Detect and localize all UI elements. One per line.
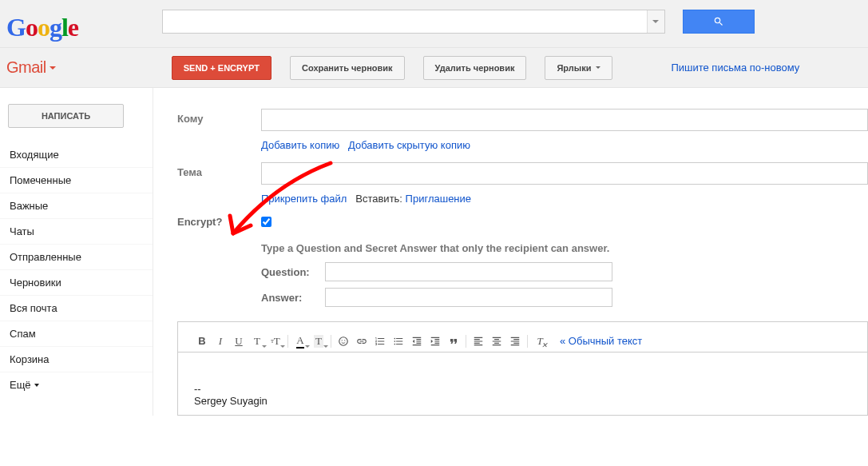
search-dropdown[interactable] (647, 10, 664, 33)
bold-button[interactable]: B (194, 333, 210, 349)
sidebar-item-important[interactable]: Важные (0, 193, 153, 219)
question-label: Question: (261, 266, 325, 278)
labels-button[interactable]: Ярлыки (545, 56, 612, 80)
divider (287, 335, 288, 348)
align-right-button[interactable] (507, 333, 523, 349)
underline-button[interactable]: U (231, 333, 247, 349)
sidebar-item-sent[interactable]: Отправленные (0, 245, 153, 270)
divider (527, 335, 528, 348)
answer-input[interactable] (325, 288, 612, 307)
add-cc-link[interactable]: Добавить копию (261, 139, 339, 151)
smile-icon (338, 336, 349, 347)
quote-button[interactable] (446, 333, 462, 349)
global-header: Google (0, 0, 868, 48)
svg-point-0 (339, 337, 348, 345)
highlight-button[interactable]: T (311, 333, 327, 349)
sidebar-item-trash[interactable]: Корзина (0, 347, 153, 372)
search-area (162, 10, 755, 34)
encrypt-hint: Type a Question and Secret Answer that o… (261, 242, 868, 254)
search-button[interactable] (683, 10, 755, 34)
attach-links: Прикрепить файл Вставить: Приглашение (261, 193, 868, 205)
to-input[interactable] (261, 109, 868, 131)
sidebar-more[interactable]: Ещё (0, 372, 153, 397)
sidebar-item-inbox[interactable]: Входящие (0, 142, 153, 168)
link-icon (356, 336, 367, 347)
new-compose-link[interactable]: Пишите письма по-новому (671, 62, 799, 74)
to-label: Кому (177, 109, 261, 125)
sidebar-item-starred[interactable]: Помеченные (0, 168, 153, 193)
subject-label: Тема (177, 162, 261, 178)
link-button[interactable] (354, 333, 370, 349)
format-toolbar: B I U T тT A T T✕ « Обычный текст (177, 321, 868, 352)
subject-input[interactable] (261, 162, 868, 185)
sidebar-item-allmail[interactable]: Вся почта (0, 296, 153, 321)
emoji-button[interactable] (335, 333, 351, 349)
save-draft-button[interactable]: Сохранить черновик (290, 56, 405, 80)
encrypt-row: Encrypt? (177, 216, 868, 228)
outdent-icon (411, 336, 422, 347)
bullet-list-button[interactable] (390, 333, 406, 349)
italic-button[interactable]: I (212, 333, 228, 349)
plain-text-link[interactable]: « Обычный текст (560, 335, 642, 347)
answer-label: Answer: (261, 292, 325, 304)
outdent-button[interactable] (409, 333, 425, 349)
align-left-icon (473, 336, 484, 347)
sidebar: НАПИСАТЬ Входящие Помеченные Важные Чаты… (0, 88, 153, 416)
compose-button[interactable]: НАПИСАТЬ (8, 104, 124, 128)
invitation-link[interactable]: Приглашение (406, 193, 471, 205)
google-logo: Google (6, 13, 78, 42)
divider (466, 335, 466, 348)
search-input-wrapper[interactable] (162, 10, 665, 34)
toolbar: Gmail SEND + ENCRYPT Сохранить черновик … (0, 48, 868, 88)
ul-icon (393, 336, 404, 347)
sidebar-item-drafts[interactable]: Черновики (0, 270, 153, 296)
align-right-icon (509, 336, 521, 347)
quote-icon (448, 336, 459, 347)
align-left-button[interactable] (470, 333, 486, 349)
sidebar-item-spam[interactable]: Спам (0, 321, 153, 347)
action-buttons: SEND + ENCRYPT Сохранить черновик Удалит… (172, 56, 800, 80)
text-color-button[interactable]: A (292, 333, 308, 349)
search-icon (713, 16, 724, 27)
encrypt-label: Encrypt? (177, 216, 261, 228)
encrypt-checkbox[interactable] (261, 217, 271, 227)
question-input[interactable] (325, 262, 612, 281)
signature-separator: -- (194, 383, 851, 395)
delete-draft-button[interactable]: Удалить черновик (423, 56, 527, 80)
numbered-list-button[interactable] (372, 333, 388, 349)
ol-icon (375, 336, 386, 347)
insert-label: Вставить: (355, 193, 402, 205)
product-switcher[interactable]: Gmail (6, 58, 56, 77)
indent-icon (430, 336, 441, 347)
sidebar-item-chats[interactable]: Чаты (0, 219, 153, 245)
align-center-button[interactable] (489, 333, 505, 349)
content: НАПИСАТЬ Входящие Помеченные Важные Чаты… (0, 88, 868, 416)
add-bcc-link[interactable]: Добавить скрытую копию (348, 139, 470, 151)
signature-name: Sergey Suyagin (194, 395, 851, 407)
attach-file-link[interactable]: Прикрепить файл (261, 193, 347, 205)
svg-point-1 (342, 340, 343, 341)
send-encrypt-button[interactable]: SEND + ENCRYPT (172, 56, 271, 80)
svg-point-2 (344, 340, 345, 341)
cc-links: Добавить копию Добавить скрытую копию (261, 139, 868, 151)
clear-format-button[interactable]: T✕ (532, 333, 548, 349)
compose-form: Кому Добавить копию Добавить скрытую коп… (153, 88, 868, 416)
font-size-button[interactable]: тT (268, 333, 283, 349)
font-family-button[interactable]: T (249, 333, 265, 349)
indent-button[interactable] (427, 333, 443, 349)
compose-body[interactable]: -- Sergey Suyagin (177, 352, 868, 416)
divider (331, 335, 331, 348)
align-center-icon (491, 336, 502, 347)
